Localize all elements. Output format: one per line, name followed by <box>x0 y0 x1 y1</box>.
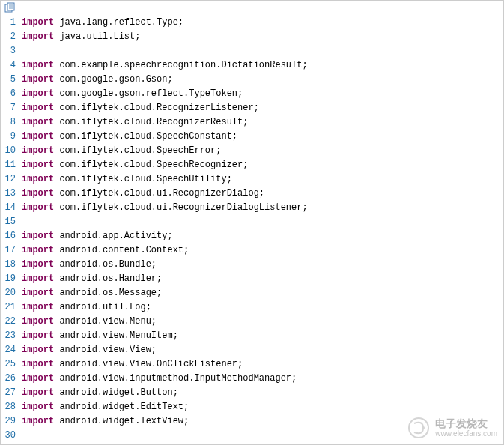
code-text: com.iflytek.cloud.ui.RecognizerDialogLis… <box>54 202 307 213</box>
line-number: 25 <box>1 357 22 372</box>
line-number: 6 <box>1 87 22 101</box>
line-number: 14 <box>1 201 22 215</box>
line-number: 13 <box>1 187 22 201</box>
line-number: 15 <box>1 215 22 229</box>
keyword: import <box>22 188 54 199</box>
code-text: android.app.Activity; <box>54 231 172 241</box>
keyword: import <box>22 373 54 384</box>
keyword: import <box>22 88 54 99</box>
line-number: 26 <box>1 372 22 386</box>
line-content: import android.app.Activity; <box>22 229 503 243</box>
code-line: 4import com.example.speechrecognition.Di… <box>1 58 503 73</box>
keyword: import <box>22 316 54 327</box>
code-line: 20import android.os.Message; <box>1 286 503 300</box>
keyword: import <box>22 145 54 156</box>
line-content: import android.widget.Button; <box>22 386 503 400</box>
line-content: import android.view.MenuItem; <box>22 329 503 343</box>
line-number: 30 <box>1 429 22 443</box>
code-text: com.google.gson.Gson; <box>54 74 172 85</box>
line-number: 17 <box>1 243 22 258</box>
keyword: import <box>22 17 54 28</box>
code-text: com.iflytek.cloud.RecognizerResult; <box>54 117 248 127</box>
code-line: 26import android.view.inputmethod.InputM… <box>1 372 503 386</box>
code-line: 23import android.view.MenuItem; <box>1 329 503 343</box>
keyword: import <box>22 273 54 284</box>
keyword: import <box>22 31 54 42</box>
line-content: import android.os.Handler; <box>22 272 503 286</box>
code-line: 6import com.google.gson.reflect.TypeToke… <box>1 87 503 101</box>
line-number: 5 <box>1 73 22 87</box>
line-content: import android.view.View.OnClickListener… <box>22 357 503 372</box>
code-text: android.view.inputmethod.InputMethodMana… <box>54 373 297 384</box>
code-line: 17import android.content.Context; <box>1 243 503 258</box>
line-number: 1 <box>1 16 22 30</box>
line-content: import com.google.gson.reflect.TypeToken… <box>22 87 503 101</box>
line-content: import android.view.inputmethod.InputMet… <box>22 372 503 386</box>
code-line: 2import java.util.List; <box>1 30 503 44</box>
line-number: 7 <box>1 101 22 115</box>
copy-icon[interactable] <box>4 2 16 13</box>
code-text: com.iflytek.cloud.RecognizerListener; <box>54 103 259 113</box>
line-number: 21 <box>1 300 22 315</box>
line-number: 29 <box>1 414 22 429</box>
line-content: import android.content.Context; <box>22 243 503 258</box>
line-content: import com.iflytek.cloud.ui.RecognizerDi… <box>22 187 503 201</box>
code-line: 16import android.app.Activity; <box>1 229 503 243</box>
keyword: import <box>22 74 54 85</box>
code-line: 12import com.iflytek.cloud.SpeechUtility… <box>1 172 503 187</box>
code-line: 27import android.widget.Button; <box>1 386 503 400</box>
line-content: import com.example.speechrecognition.Dic… <box>22 58 503 73</box>
line-number: 23 <box>1 329 22 343</box>
code-line: 28import android.widget.EditText; <box>1 400 503 414</box>
code-line: 10import com.iflytek.cloud.SpeechError; <box>1 144 503 158</box>
line-number: 11 <box>1 158 22 172</box>
code-text: com.iflytek.cloud.SpeechUtility; <box>54 174 232 184</box>
code-line: 13import com.iflytek.cloud.ui.Recognizer… <box>1 187 503 201</box>
keyword: import <box>22 416 54 426</box>
code-text: android.widget.EditText; <box>54 402 189 412</box>
code-text: com.iflytek.cloud.SpeechRecognizer; <box>54 160 248 170</box>
keyword: import <box>22 259 54 270</box>
line-number: 22 <box>1 315 22 329</box>
code-line: 1import java.lang.reflect.Type; <box>1 16 503 30</box>
line-content: import android.util.Log; <box>22 300 503 315</box>
code-line: 18import android.os.Bundle; <box>1 258 503 272</box>
code-text: com.example.speechrecognition.DictationR… <box>54 60 307 70</box>
line-content: import com.google.gson.Gson; <box>22 73 503 87</box>
line-content: import com.iflytek.cloud.RecognizerListe… <box>22 101 503 115</box>
line-number: 16 <box>1 229 22 243</box>
line-content: import android.view.View; <box>22 343 503 357</box>
code-text: android.view.View.OnClickListener; <box>54 359 243 369</box>
code-text: com.iflytek.cloud.SpeechConstant; <box>54 131 237 142</box>
line-content: import android.view.Menu; <box>22 315 503 329</box>
code-text: com.iflytek.cloud.ui.RecognizerDialog; <box>54 188 264 199</box>
line-number: 3 <box>1 44 22 58</box>
keyword: import <box>22 288 54 298</box>
line-content: import android.os.Bundle; <box>22 258 503 272</box>
code-text: android.view.View; <box>54 345 157 355</box>
keyword: import <box>22 174 54 184</box>
code-text: com.iflytek.cloud.SpeechError; <box>54 145 221 156</box>
line-content: import java.util.List; <box>22 30 503 44</box>
line-number: 4 <box>1 58 22 73</box>
code-line: 21import android.util.Log; <box>1 300 503 315</box>
line-number: 8 <box>1 115 22 130</box>
line-content: import android.os.Message; <box>22 286 503 300</box>
code-text: com.google.gson.reflect.TypeToken; <box>54 88 243 99</box>
line-content: import com.iflytek.cloud.SpeechConstant; <box>22 130 503 144</box>
line-number: 28 <box>1 400 22 414</box>
code-line: 15 <box>1 215 503 229</box>
code-text: java.lang.reflect.Type; <box>54 17 183 28</box>
keyword: import <box>22 245 54 255</box>
keyword: import <box>22 202 54 213</box>
keyword: import <box>22 131 54 142</box>
code-line: 22import android.view.Menu; <box>1 315 503 329</box>
code-viewer: 1import java.lang.reflect.Type;2import j… <box>1 16 503 443</box>
line-number: 2 <box>1 30 22 44</box>
code-line: 29import android.widget.TextView; <box>1 414 503 429</box>
code-text: android.util.Log; <box>54 302 151 312</box>
code-line: 30 <box>1 429 503 443</box>
line-content: import java.lang.reflect.Type; <box>22 16 503 30</box>
line-content: import com.iflytek.cloud.SpeechRecognize… <box>22 158 503 172</box>
code-text: android.os.Message; <box>54 288 162 298</box>
